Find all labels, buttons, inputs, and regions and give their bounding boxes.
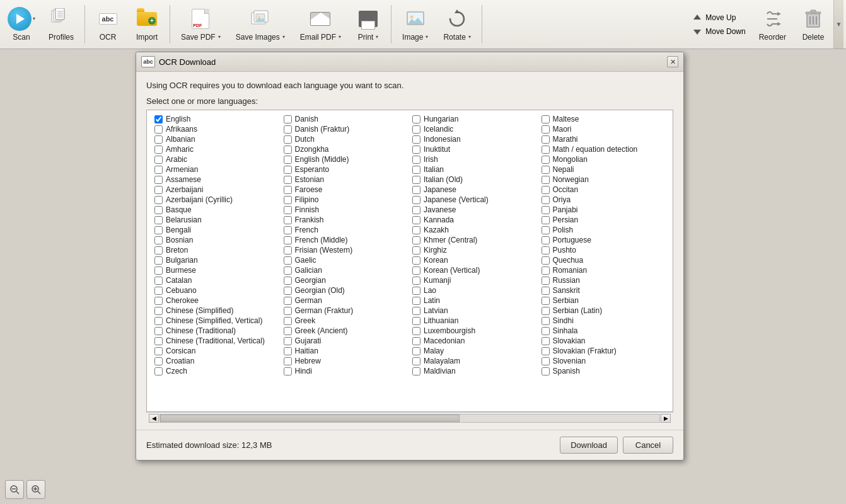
lang-checkbox[interactable] [542, 125, 550, 134]
lang-checkbox[interactable] [412, 266, 420, 275]
lang-checkbox[interactable] [542, 146, 550, 154]
lang-checkbox[interactable] [542, 297, 550, 305]
lang-checkbox[interactable] [284, 337, 292, 345]
lang-checkbox[interactable] [154, 135, 163, 144]
lang-checkbox[interactable] [542, 216, 550, 224]
lang-checkbox[interactable] [284, 166, 292, 174]
image-button[interactable]: Image ▾ [395, 0, 435, 49]
lang-checkbox[interactable] [412, 216, 420, 224]
dialog-close-button[interactable]: ✕ [667, 56, 678, 67]
lang-checkbox[interactable] [412, 236, 420, 244]
lang-checkbox[interactable] [284, 206, 292, 214]
lang-checkbox[interactable] [284, 317, 292, 325]
lang-checkbox[interactable] [542, 357, 550, 365]
scan-button[interactable]: ▾ Scan [3, 0, 40, 49]
lang-checkbox[interactable] [542, 135, 550, 144]
email-pdf-button[interactable]: Email PDF ▾ [293, 0, 348, 49]
lang-checkbox[interactable] [154, 226, 163, 234]
lang-checkbox[interactable] [542, 156, 550, 164]
lang-checkbox[interactable] [412, 327, 420, 335]
lang-checkbox[interactable] [154, 317, 163, 325]
lang-checkbox[interactable] [412, 176, 420, 184]
lang-checkbox[interactable] [412, 196, 420, 204]
zoom-in-button[interactable] [26, 480, 45, 499]
zoom-out-button[interactable] [5, 480, 24, 499]
lang-checkbox[interactable] [412, 317, 420, 325]
lang-checkbox[interactable] [284, 135, 292, 144]
import-button[interactable]: + Import [128, 0, 166, 49]
lang-checkbox[interactable] [154, 176, 163, 184]
lang-checkbox[interactable] [284, 125, 292, 134]
lang-checkbox[interactable] [412, 246, 420, 255]
download-button[interactable]: Download [560, 437, 618, 454]
lang-checkbox[interactable] [542, 307, 550, 315]
lang-checkbox[interactable] [284, 287, 292, 295]
lang-checkbox[interactable] [284, 357, 292, 365]
lang-checkbox[interactable] [542, 166, 550, 174]
lang-checkbox[interactable] [412, 156, 420, 164]
ocr-button[interactable]: abc OCR [89, 0, 127, 49]
lang-checkbox[interactable] [542, 246, 550, 255]
lang-checkbox[interactable] [154, 266, 163, 275]
lang-checkbox[interactable] [154, 246, 163, 255]
lang-checkbox[interactable] [542, 327, 550, 335]
lang-checkbox[interactable] [284, 156, 292, 164]
lang-checkbox[interactable] [542, 256, 550, 265]
lang-checkbox[interactable] [412, 277, 420, 285]
lang-checkbox[interactable] [412, 146, 420, 154]
lang-checkbox[interactable] [284, 146, 292, 154]
lang-checkbox[interactable] [284, 226, 292, 234]
rotate-button[interactable]: Rotate ▾ [436, 0, 477, 49]
lang-checkbox[interactable] [542, 317, 550, 325]
lang-checkbox[interactable] [284, 196, 292, 204]
lang-checkbox[interactable] [154, 297, 163, 305]
lang-checkbox[interactable] [154, 347, 163, 355]
lang-checkbox[interactable] [542, 236, 550, 244]
lang-checkbox[interactable] [154, 206, 163, 214]
lang-checkbox[interactable] [542, 287, 550, 295]
lang-checkbox[interactable] [154, 287, 163, 295]
lang-checkbox[interactable] [542, 337, 550, 345]
lang-checkbox[interactable] [154, 125, 163, 134]
lang-checkbox[interactable] [154, 236, 163, 244]
reorder-button[interactable]: Reorder [752, 0, 793, 49]
lang-checkbox[interactable] [412, 166, 420, 174]
lang-checkbox[interactable] [154, 216, 163, 224]
lang-checkbox[interactable] [542, 266, 550, 275]
save-pdf-button[interactable]: PDF Save PDF ▾ [174, 0, 228, 49]
scrollbar-track[interactable] [159, 414, 660, 423]
lang-checkbox[interactable] [154, 156, 163, 164]
lang-checkbox[interactable] [284, 246, 292, 255]
lang-checkbox[interactable] [542, 196, 550, 204]
print-button[interactable]: Print ▾ [349, 0, 387, 49]
lang-checkbox[interactable] [284, 186, 292, 194]
lang-checkbox[interactable] [154, 307, 163, 315]
move-up-button[interactable]: Move Up [688, 12, 750, 23]
lang-checkbox[interactable] [542, 206, 550, 214]
lang-checkbox[interactable] [412, 337, 420, 345]
lang-checkbox[interactable] [542, 347, 550, 355]
lang-checkbox[interactable] [284, 307, 292, 315]
lang-checkbox[interactable] [412, 297, 420, 305]
lang-checkbox[interactable] [412, 287, 420, 295]
lang-checkbox[interactable] [284, 236, 292, 244]
lang-checkbox[interactable] [412, 307, 420, 315]
lang-checkbox[interactable] [284, 367, 292, 375]
delete-button[interactable]: Delete [794, 0, 832, 49]
lang-checkbox[interactable] [542, 115, 550, 123]
lang-checkbox[interactable] [284, 256, 292, 265]
lang-checkbox[interactable] [154, 337, 163, 345]
lang-checkbox[interactable] [412, 226, 420, 234]
lang-checkbox[interactable] [284, 115, 292, 123]
lang-checkbox[interactable] [542, 226, 550, 234]
lang-checkbox[interactable] [412, 367, 420, 375]
lang-checkbox[interactable] [154, 327, 163, 335]
move-down-button[interactable]: Move Down [688, 26, 750, 37]
lang-checkbox[interactable] [154, 367, 163, 375]
lang-checkbox[interactable] [542, 176, 550, 184]
lang-checkbox[interactable] [284, 216, 292, 224]
lang-checkbox[interactable] [412, 206, 420, 214]
lang-checkbox[interactable] [154, 256, 163, 265]
lang-checkbox[interactable] [412, 115, 420, 123]
lang-checkbox[interactable] [412, 357, 420, 365]
